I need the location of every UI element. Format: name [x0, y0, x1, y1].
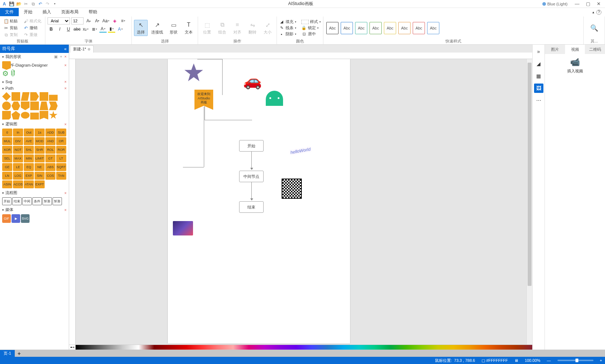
quick-style-4[interactable]: Abc — [369, 22, 382, 34]
redo-button[interactable]: ↷重做 — [22, 32, 39, 38]
line-color[interactable]: ✎线条▾ 🔒锁定▾ — [279, 25, 321, 31]
logic-op-item[interactable]: SHR — [35, 146, 45, 154]
fill-tool-icon[interactable]: ◢ — [534, 59, 543, 68]
logic-op-item[interactable]: LT — [56, 154, 66, 162]
close-group-icon[interactable]: × — [64, 191, 67, 195]
logic-op-item[interactable]: LE — [13, 163, 23, 171]
eyedropper-icon[interactable]: ✒▾ — [69, 345, 76, 350]
expand-panel-icon[interactable]: » — [534, 47, 543, 56]
logic-op-item[interactable]: LOG — [13, 172, 23, 180]
quick-style-8[interactable]: Abc — [427, 22, 439, 34]
logic-op-item[interactable]: NOT — [13, 146, 23, 154]
group-flow-header[interactable]: ▾流程图× — [0, 189, 69, 197]
logic-op-item[interactable]: COS — [45, 172, 55, 180]
ribbon-collapse[interactable]: ▴? — [592, 8, 605, 16]
shadow-color[interactable]: ▪阴影▾ ⊡居中 — [279, 31, 321, 37]
cylinder-green-icon[interactable]: 🛢 — [9, 69, 17, 78]
document-tab[interactable]: 新建-1*⊗ — [70, 45, 94, 53]
list-icon[interactable]: ≣▾ — [91, 26, 98, 33]
gauge-shape[interactable] — [266, 91, 283, 106]
logic-op-item[interactable]: ATAN — [24, 180, 34, 188]
logic-op-item[interactable]: SHL — [24, 146, 34, 154]
bold-icon[interactable]: B — [48, 26, 55, 33]
highlight-icon[interactable]: ▮▾ — [108, 26, 115, 33]
logic-op-item[interactable]: SIN — [35, 172, 45, 180]
path-shape-item[interactable] — [2, 92, 11, 101]
close-group-icon[interactable]: × — [64, 80, 67, 84]
menu-help[interactable]: 帮助 — [84, 8, 102, 16]
cut-button[interactable]: ✂剪贴 — [2, 25, 19, 31]
copy-button[interactable]: ⧉复制 — [2, 32, 19, 38]
connector-tool[interactable]: ↗连接线 — [149, 20, 165, 36]
quick-style-gallery[interactable]: Abc Abc Abc Abc Abc Abc Abc Abc — [326, 21, 440, 35]
quick-style-5[interactable]: Abc — [384, 22, 396, 34]
collapse-panel-icon[interactable]: « — [64, 46, 67, 51]
close-group-icon[interactable]: × — [64, 122, 67, 126]
logic-op-item[interactable]: ACOS — [13, 180, 23, 188]
logic-op-item[interactable]: ROL — [45, 146, 55, 154]
tab-video[interactable]: 视频 — [565, 45, 585, 54]
quick-style-2[interactable]: Abc — [341, 22, 353, 34]
close-group-icon[interactable]: × — [64, 54, 67, 59]
logic-op-item[interactable]: TAN — [56, 172, 66, 180]
path-shape-item[interactable] — [40, 102, 48, 110]
undo-icon[interactable]: ↶ — [37, 1, 43, 7]
path-shape-item[interactable] — [21, 92, 30, 101]
image-shape[interactable] — [173, 221, 193, 235]
menu-start[interactable]: 开始 — [19, 8, 37, 16]
subscript-icon[interactable]: x₂▾ — [82, 26, 89, 33]
logic-op-item[interactable]: EXP — [24, 172, 34, 180]
underline-icon[interactable]: U — [65, 26, 72, 33]
logic-op-item[interactable]: SUB — [56, 129, 66, 136]
insert-video-label[interactable]: 插入视频 — [548, 68, 601, 74]
group-svg-header[interactable]: ▾Svg× — [0, 78, 69, 85]
media-item[interactable]: SVG — [21, 214, 30, 223]
case-icon[interactable]: Aa▾ — [102, 17, 109, 24]
group-myshapes-header[interactable]: ▾我的形状▣+× — [0, 53, 69, 60]
path-shape-item[interactable] — [2, 111, 11, 120]
font-shrink-icon[interactable]: A▾ — [94, 17, 101, 24]
strike-icon[interactable]: abc — [73, 26, 81, 33]
font-color-icon[interactable]: A▾ — [99, 26, 107, 33]
group-media-header[interactable]: ▾媒体× — [0, 206, 69, 214]
star-shape[interactable] — [184, 63, 204, 84]
path-shape-item[interactable] — [30, 102, 39, 110]
scrollbar-thumb[interactable] — [528, 63, 532, 286]
flow-shape-item[interactable]: 矩形 — [53, 197, 62, 205]
search-button[interactable]: 🔍 — [586, 17, 602, 39]
canvas-viewport[interactable]: 欢迎来到 AIStudio 画板 🚗 开始 中间节点 结束 helloWorld — [76, 59, 526, 345]
maximize-button[interactable]: ▢ — [586, 1, 590, 6]
style-swatch[interactable] — [301, 20, 309, 24]
logic-op-item[interactable]: MAX — [13, 154, 23, 162]
position-button[interactable]: ⬚位置 — [200, 20, 214, 36]
path-shape-item[interactable] — [21, 102, 30, 110]
logic-op-item[interactable]: GT — [45, 154, 55, 162]
logic-op-item[interactable]: SEL — [2, 154, 12, 162]
italic-icon[interactable]: I — [56, 26, 63, 33]
media-item[interactable]: GIF — [2, 214, 11, 223]
logic-op-item[interactable]: MIN — [24, 154, 34, 162]
flow-shape-item[interactable]: 中间 — [22, 197, 32, 205]
flow-mid-node[interactable]: 中间节点 — [239, 171, 264, 182]
font-family-select[interactable]: Arial — [48, 17, 70, 24]
align-icon[interactable]: ≡▾ — [120, 17, 127, 24]
group-path-header[interactable]: ▾Path× — [0, 85, 69, 91]
path-shape-item[interactable] — [40, 92, 48, 101]
save-icon[interactable]: 💾 — [9, 1, 14, 7]
select-tool[interactable]: ↖选择 — [134, 20, 148, 36]
path-shape-item[interactable] — [21, 111, 30, 120]
connector-line[interactable] — [183, 167, 204, 167]
logic-op-item[interactable]: MUL — [2, 137, 12, 145]
shape-item[interactable] — [2, 61, 11, 70]
quick-style-7[interactable]: Abc — [413, 22, 425, 34]
group-logic-header[interactable]: ▾逻辑图× — [0, 120, 69, 128]
zoom-in-button[interactable]: + — [600, 358, 602, 363]
quick-style-6[interactable]: Abc — [398, 22, 411, 34]
logic-op-item[interactable]: In — [13, 129, 23, 136]
vertical-scrollbar[interactable] — [526, 59, 532, 345]
align-button[interactable]: ≡对齐 — [230, 20, 244, 36]
logic-op-item[interactable]: AVE — [24, 137, 34, 145]
folder-icon[interactable]: 📂 — [16, 1, 22, 7]
logic-op-item[interactable]: LIMIT — [35, 154, 45, 162]
logic-op-item[interactable]: ABS — [45, 163, 55, 171]
